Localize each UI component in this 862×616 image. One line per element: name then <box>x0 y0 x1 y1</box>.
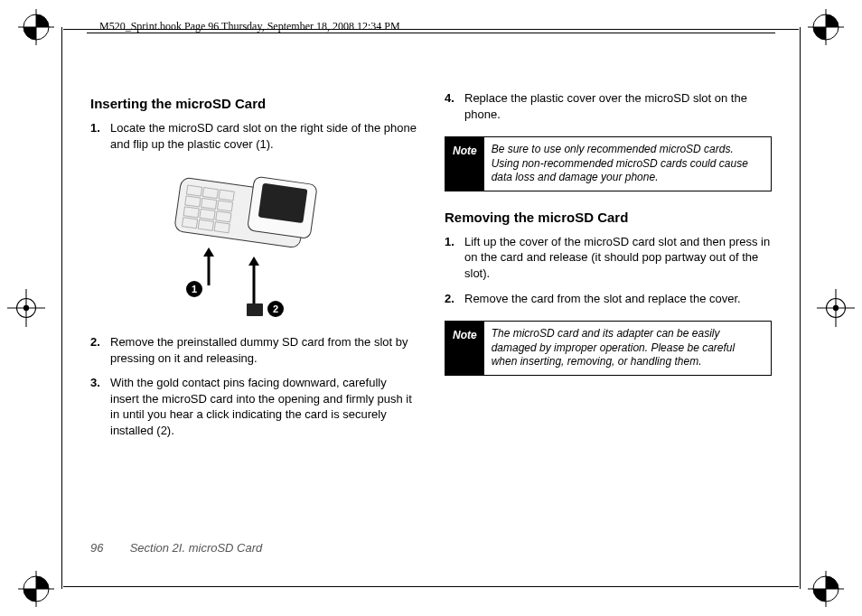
svg-rect-24 <box>202 188 218 199</box>
callout-1: 1 <box>192 284 197 294</box>
svg-rect-22 <box>258 183 308 224</box>
crop-line <box>800 27 801 589</box>
svg-rect-39 <box>247 303 263 316</box>
step-number: 4. <box>445 90 464 122</box>
note-text: Be sure to use only recommended microSD … <box>484 137 771 191</box>
svg-rect-27 <box>201 199 217 210</box>
step-item: 3. With the gold contact pins facing dow… <box>90 375 417 438</box>
step-text: Locate the microSD card slot on the righ… <box>110 120 417 152</box>
step-number: 2. <box>445 291 464 307</box>
step-text: Replace the plastic cover over the micro… <box>464 90 772 122</box>
svg-rect-23 <box>186 185 201 196</box>
step-text: Lift up the cover of the microSD card sl… <box>464 234 772 282</box>
crop-mark-icon <box>808 571 844 607</box>
step-number: 1. <box>90 120 110 152</box>
step-number: 3. <box>90 375 110 438</box>
crop-line <box>61 27 62 589</box>
step-item: 2. Remove the preinstalled dummy SD card… <box>90 334 417 366</box>
page-number: 96 <box>90 541 126 555</box>
header-rule <box>87 33 775 33</box>
section-label: Section 2I. microSD Card <box>130 541 263 555</box>
svg-rect-34 <box>214 222 230 233</box>
svg-point-15 <box>23 305 29 311</box>
note-label: Note <box>445 137 484 191</box>
note-box: Note Be sure to use only recommended mic… <box>445 136 772 191</box>
step-number: 1. <box>445 234 464 282</box>
right-column: 4. Replace the plastic cover over the mi… <box>445 90 772 526</box>
crop-mark-icon <box>18 9 54 45</box>
svg-rect-31 <box>216 211 231 222</box>
step-item: 4. Replace the plastic cover over the mi… <box>445 90 772 122</box>
crop-mark-icon <box>7 289 45 327</box>
note-box: Note The microSD card and its adapter ca… <box>445 321 772 376</box>
step-text: With the gold contact pins facing downwa… <box>110 375 417 438</box>
svg-rect-29 <box>183 207 199 218</box>
svg-rect-30 <box>200 209 215 219</box>
crop-mark-icon <box>18 571 54 607</box>
phone-illustration: 1 2 <box>155 168 353 322</box>
crop-mark-icon <box>817 289 855 327</box>
crop-line <box>63 586 799 587</box>
step-item: 2. Remove the card from the slot and rep… <box>445 291 772 307</box>
svg-rect-26 <box>185 196 201 207</box>
step-item: 1. Locate the microSD card slot on the r… <box>90 120 417 152</box>
left-column: Inserting the microSD Card 1. Locate the… <box>90 90 417 526</box>
svg-rect-28 <box>217 201 232 211</box>
svg-marker-38 <box>248 257 259 266</box>
svg-point-19 <box>833 305 839 311</box>
heading-inserting: Inserting the microSD Card <box>90 96 417 111</box>
step-text: Remove the preinstalled dummy SD card fr… <box>110 334 417 366</box>
svg-rect-33 <box>198 219 213 230</box>
step-number: 2. <box>90 334 110 366</box>
callout-2: 2 <box>273 303 278 314</box>
svg-marker-36 <box>203 247 214 257</box>
svg-rect-25 <box>219 190 234 201</box>
crop-mark-icon <box>808 9 844 45</box>
note-label: Note <box>445 322 484 375</box>
page-footer: 96 Section 2I. microSD Card <box>90 541 262 555</box>
content-area: Inserting the microSD Card 1. Locate the… <box>90 90 772 526</box>
step-item: 1. Lift up the cover of the microSD card… <box>445 234 772 282</box>
step-text: Remove the card from the slot and replac… <box>464 291 772 307</box>
svg-rect-32 <box>182 218 197 229</box>
page-meta: M520_Sprint.book Page 96 Thursday, Septe… <box>99 20 400 33</box>
note-text: The microSD card and its adapter can be … <box>484 322 771 375</box>
heading-removing: Removing the microSD Card <box>445 210 772 225</box>
